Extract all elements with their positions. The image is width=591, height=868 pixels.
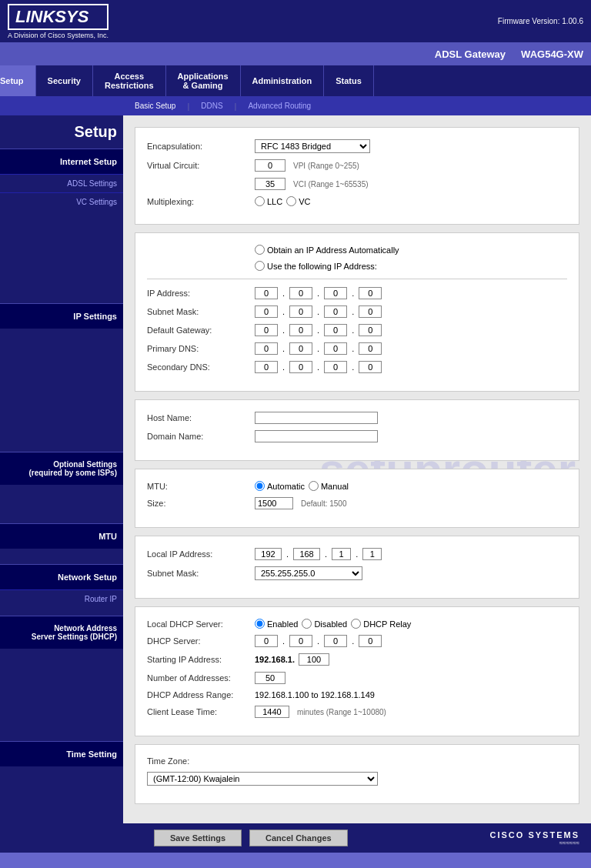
virtual-circuit-label: Virtual Circuit: <box>147 161 255 170</box>
domain-name-row: Domain Name: <box>147 430 567 442</box>
tab-applications-gaming[interactable]: Applications& Gaming <box>166 65 241 96</box>
ip-octet-2[interactable] <box>289 287 312 299</box>
local-ip-octet-4[interactable] <box>362 548 382 560</box>
dhcp-relay-radio[interactable] <box>351 619 361 629</box>
sidebar-section-dhcp: Network AddressServer Settings (DHCP) <box>0 616 123 649</box>
dhcp-server-ip-label: DHCP Server: <box>147 636 255 646</box>
dhcp-srv-octet-1[interactable] <box>255 635 278 647</box>
sub-nav-advanced-routing[interactable]: Advanced Routing <box>236 102 322 110</box>
vpi-input[interactable] <box>255 159 285 172</box>
mtu-auto-label: Automatic <box>255 481 305 491</box>
sidebar-item-adsl-settings[interactable]: ADSL Settings <box>0 174 123 192</box>
dhcp-server-ip-row: DHCP Server: . . . <box>147 635 567 647</box>
auto-ip-label: Obtain an IP Address Automatically <box>255 245 399 255</box>
pdns-octet-1[interactable] <box>255 342 278 355</box>
sidebar-section-internet-setup: Internet Setup <box>0 149 123 174</box>
sidebar: Setup Internet Setup ADSL Settings VC Se… <box>0 115 123 823</box>
starting-ip-prefix: 192.168.1. <box>255 655 295 664</box>
gw-octet-1[interactable] <box>255 324 278 336</box>
ip-address-label: IP Address: <box>147 289 255 298</box>
num-addresses-input[interactable] <box>255 672 285 684</box>
virtual-circuit-value: VPI (Range 0~255) <box>255 159 359 172</box>
tab-administration[interactable]: Administration <box>241 65 325 96</box>
manual-ip-label: Use the following IP Address: <box>255 261 377 271</box>
save-settings-button[interactable]: Save Settings <box>154 830 242 846</box>
vpi-hint: VPI (Range 0~255) <box>293 162 359 170</box>
vci-input[interactable] <box>255 178 285 190</box>
tab-access-restrictions[interactable]: AccessRestrictions <box>93 65 166 96</box>
subnet-octet-2[interactable] <box>289 305 312 318</box>
domain-name-input[interactable] <box>255 430 378 442</box>
local-ip-label: Local IP Address: <box>147 549 255 559</box>
local-subnet-select[interactable]: 255.255.255.0 255.255.0.0 255.0.0.0 <box>255 566 362 580</box>
subnet-octet-1[interactable] <box>255 305 278 318</box>
sdns-octet-1[interactable] <box>255 361 278 373</box>
auto-ip-radio[interactable] <box>255 245 265 255</box>
ip-octet-3[interactable] <box>324 287 347 299</box>
lease-time-hint: minutes (Range 1~10080) <box>297 708 386 716</box>
pdns-octet-4[interactable] <box>359 342 382 355</box>
gateway-value: . . . <box>255 324 382 336</box>
virtual-circuit-row: Virtual Circuit: VPI (Range 0~255) <box>147 159 567 172</box>
local-ip-octet-3[interactable] <box>332 548 351 560</box>
subnet-octet-4[interactable] <box>359 305 382 318</box>
lease-time-label: Client Lease Time: <box>147 707 255 716</box>
multiplexing-llc-radio[interactable] <box>255 196 265 206</box>
multiplexing-row: Multiplexing: LLC VC <box>147 196 567 206</box>
lease-time-input[interactable] <box>255 706 289 718</box>
footer: Save Settings Cancel Changes CISCO SYSTE… <box>0 823 591 853</box>
gw-octet-4[interactable] <box>359 324 382 336</box>
manual-ip-radio[interactable] <box>255 261 265 271</box>
sdns-octet-4[interactable] <box>359 361 382 373</box>
dhcp-disabled-radio[interactable] <box>302 619 312 629</box>
dhcp-srv-octet-3[interactable] <box>324 635 347 647</box>
mtu-size-input[interactable] <box>255 497 293 509</box>
footer-buttons: Save Settings Cancel Changes <box>12 830 490 846</box>
pdns-octet-2[interactable] <box>289 342 312 355</box>
linksys-logo: LINKSYS <box>8 4 109 30</box>
dhcp-range-value: 192.168.1.100 to 192.168.1.149 <box>255 690 375 699</box>
dhcp-server-row: Local DHCP Server: Enabled Disabled DHCP… <box>147 619 567 629</box>
sdns-octet-2[interactable] <box>289 361 312 373</box>
gw-octet-3[interactable] <box>324 324 347 336</box>
mtu-auto-radio[interactable] <box>255 481 265 491</box>
dhcp-srv-octet-4[interactable] <box>359 635 382 647</box>
primary-dns-label: Primary DNS: <box>147 344 255 353</box>
tab-setup[interactable]: Setup <box>0 65 36 96</box>
subnet-mask-row: Subnet Mask: . . . <box>147 305 567 318</box>
ip-address-row: IP Address: . . . <box>147 287 567 299</box>
tab-status[interactable]: Status <box>324 65 374 96</box>
local-ip-octet-2[interactable] <box>293 548 320 560</box>
timezone-label: Time Zone: <box>147 756 255 766</box>
sidebar-section-ip-settings: IP Settings <box>0 303 123 329</box>
ip-octet-4[interactable] <box>359 287 382 299</box>
dhcp-srv-octet-2[interactable] <box>289 635 312 647</box>
tab-security[interactable]: Security <box>36 65 93 96</box>
sdns-octet-3[interactable] <box>324 361 347 373</box>
gw-octet-2[interactable] <box>289 324 312 336</box>
secondary-dns-label: Secondary DNS: <box>147 362 255 372</box>
multiplexing-vc-radio[interactable] <box>286 196 296 206</box>
secondary-dns-value: . . . <box>255 361 382 373</box>
encapsulation-select[interactable]: RFC 1483 Bridged RFC 1483 Routed PPPoE P… <box>255 139 370 153</box>
starting-ip-input[interactable] <box>299 653 329 666</box>
sidebar-item-vc-settings[interactable]: VC Settings <box>0 192 123 211</box>
num-addresses-label: Number of Addresses: <box>147 673 255 683</box>
host-name-input[interactable] <box>255 412 378 424</box>
cancel-changes-button[interactable]: Cancel Changes <box>249 830 348 846</box>
mtu-manual-radio[interactable] <box>309 481 319 491</box>
multiplexing-label: Multiplexing: <box>147 197 255 206</box>
pdns-octet-3[interactable] <box>324 342 347 355</box>
content-area: setuprouter Encapsulation: RFC 1483 Brid… <box>123 115 591 823</box>
sub-nav-ddns[interactable]: DDNS <box>189 102 234 110</box>
sub-nav-basic-setup[interactable]: Basic Setup <box>123 102 187 110</box>
product-model: WAG54G-XW <box>521 48 583 60</box>
subnet-octet-3[interactable] <box>324 305 347 318</box>
ip-octet-1[interactable] <box>255 287 278 299</box>
sidebar-item-router-ip[interactable]: Router IP <box>0 589 123 608</box>
secondary-dns-row: Secondary DNS: . . . <box>147 361 567 373</box>
encapsulation-row: Encapsulation: RFC 1483 Bridged RFC 1483… <box>147 139 567 153</box>
timezone-select[interactable]: (GMT-12:00) Kwajalein <box>147 772 378 786</box>
dhcp-enabled-radio[interactable] <box>255 619 265 629</box>
local-ip-octet-1[interactable] <box>255 548 282 560</box>
